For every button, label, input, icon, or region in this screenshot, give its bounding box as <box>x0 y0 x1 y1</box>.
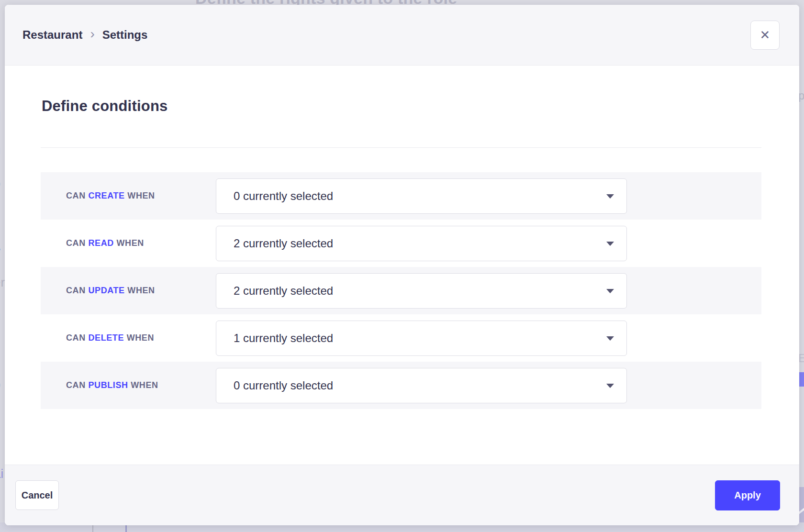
close-button[interactable]: ✕ <box>750 21 780 50</box>
background-text-fragment: p <box>0 377 0 392</box>
select-value: 2 currently selected <box>234 284 333 298</box>
chevron-down-icon <box>606 384 614 388</box>
label-action: UPDATE <box>88 286 124 295</box>
condition-row-update: CAN UPDATE WHEN 2 currently selected <box>41 267 761 314</box>
background-text-fragment: e <box>0 242 0 257</box>
condition-row-read: CAN READ WHEN 2 currently selected <box>41 220 761 267</box>
condition-label: CAN READ WHEN <box>41 238 216 248</box>
breadcrumb: Restaurant › Settings <box>22 27 147 43</box>
chevron-down-icon <box>606 194 614 199</box>
modal-header: Restaurant › Settings ✕ <box>5 5 799 66</box>
modal-footer: Cancel Apply <box>5 465 799 525</box>
label-prefix: CAN <box>66 333 86 343</box>
apply-button[interactable]: Apply <box>715 480 780 510</box>
label-prefix: CAN <box>66 380 86 390</box>
condition-row-create: CAN CREATE WHEN 0 currently selected <box>41 172 761 220</box>
label-suffix: WHEN <box>127 333 154 343</box>
read-conditions-select[interactable]: 2 currently selected <box>216 226 627 261</box>
divider <box>41 147 761 148</box>
condition-row-delete: CAN DELETE WHEN 1 currently selected <box>41 314 761 362</box>
select-value: 1 currently selected <box>234 332 333 345</box>
label-action: PUBLISH <box>88 380 128 390</box>
label-suffix: WHEN <box>127 286 155 295</box>
conditions-list: CAN CREATE WHEN 0 currently selected CAN… <box>41 172 761 409</box>
background-text-fragment: ai <box>0 466 3 481</box>
define-conditions-modal: Restaurant › Settings ✕ Define condition… <box>5 5 799 525</box>
label-action: CREATE <box>88 191 124 200</box>
update-conditions-select[interactable]: 2 currently selected <box>216 273 627 309</box>
select-value: 2 currently selected <box>234 237 333 250</box>
label-action: READ <box>88 238 113 248</box>
chevron-down-icon <box>606 289 614 293</box>
label-prefix: CAN <box>66 238 86 248</box>
background-text-fragment: u <box>0 309 0 323</box>
modal-body: Define conditions CAN CREATE WHEN 0 curr… <box>5 66 799 465</box>
condition-label: CAN DELETE WHEN <box>41 333 216 343</box>
condition-label: CAN CREATE WHEN <box>41 191 216 201</box>
delete-conditions-select[interactable]: 1 currently selected <box>216 321 627 356</box>
background-table-border <box>125 525 127 532</box>
chevron-right-icon: › <box>90 27 94 43</box>
close-icon: ✕ <box>760 28 770 43</box>
chevron-down-icon <box>606 242 614 246</box>
background-text-fragment: d <box>0 109 0 124</box>
label-suffix: WHEN <box>127 191 155 200</box>
background-text-fragment: o <box>0 176 0 191</box>
dialog-title: Define conditions <box>42 98 168 115</box>
background-element-fragment <box>799 487 804 522</box>
label-prefix: CAN <box>66 286 86 295</box>
create-conditions-select[interactable]: 0 currently selected <box>216 178 627 214</box>
label-suffix: WHEN <box>116 238 144 248</box>
background-text-fragment: er <box>0 275 5 290</box>
label-suffix: WHEN <box>131 380 158 390</box>
breadcrumb-root: Restaurant <box>22 28 82 42</box>
breadcrumb-current: Settings <box>102 28 148 42</box>
select-value: 0 currently selected <box>234 379 333 392</box>
select-value: 0 currently selected <box>234 189 333 203</box>
background-element-fragment <box>799 372 804 387</box>
chevron-down-icon <box>606 336 614 341</box>
label-action: DELETE <box>88 333 124 343</box>
condition-row-publish: CAN PUBLISH WHEN 0 currently selected <box>41 362 761 409</box>
publish-conditions-select[interactable]: 0 currently selected <box>216 368 627 403</box>
background-text-fragment: g <box>0 143 0 157</box>
condition-label: CAN PUBLISH WHEN <box>41 380 216 390</box>
condition-label: CAN UPDATE WHEN <box>41 286 216 296</box>
label-prefix: CAN <box>66 191 86 200</box>
background-table-border <box>92 525 93 532</box>
cancel-button[interactable]: Cancel <box>15 480 59 510</box>
